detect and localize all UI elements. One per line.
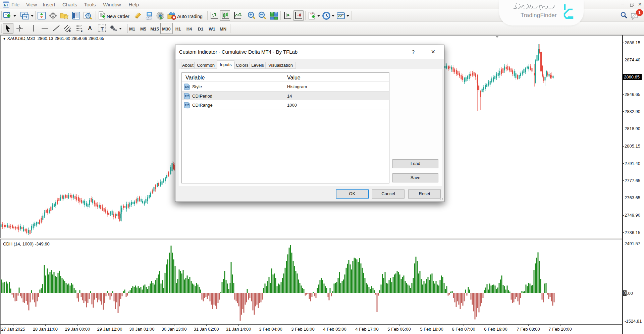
svg-text:T: T (101, 26, 104, 32)
svg-text:E: E (69, 30, 71, 33)
svg-text:123: 123 (185, 85, 190, 89)
svg-text:123: 123 (185, 95, 190, 98)
svg-text:F: F (81, 30, 83, 33)
svg-text:123: 123 (185, 104, 190, 107)
